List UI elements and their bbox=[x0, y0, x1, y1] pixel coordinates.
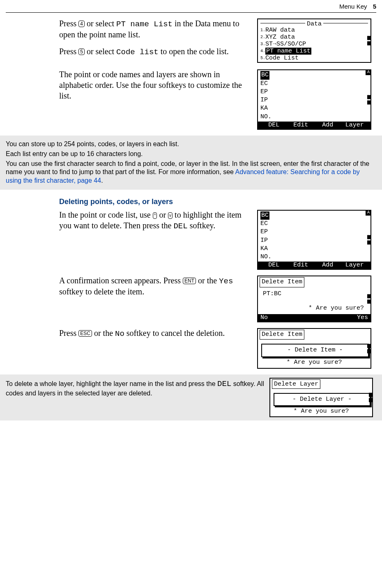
body-text-block-1: Press 4 or select PT name List in the Da… bbox=[6, 18, 250, 64]
subheading-deleting: Deleting points, codes, or layers bbox=[59, 197, 376, 207]
list-item: EP bbox=[260, 88, 368, 96]
header-chapter: 5 bbox=[373, 3, 376, 10]
body-text-delete-1: In the point or code list, use ^ or v to… bbox=[6, 210, 250, 270]
lcd-name-list: A BC EC EP IP KA NO. DEL Edit Add Layer bbox=[257, 69, 371, 130]
mode-indicator: A bbox=[366, 69, 371, 75]
battery-icon bbox=[369, 392, 373, 404]
list-item: IP bbox=[260, 237, 368, 245]
softkey-bar: DEL Edit Add Layer bbox=[258, 262, 370, 269]
confirm-prompt: * Are you sure? bbox=[270, 407, 372, 417]
softkey-yes: Yes bbox=[332, 314, 368, 322]
list-item: Code List bbox=[265, 55, 299, 62]
softkey-layer: Layer bbox=[341, 121, 368, 129]
confirm-target: PT:BC bbox=[260, 290, 368, 298]
modal-title: Delete Layer bbox=[272, 379, 320, 389]
battery-icon bbox=[367, 293, 371, 305]
softkey-edit: Edit bbox=[288, 261, 315, 269]
battery-icon bbox=[367, 342, 371, 354]
lcd-name-list-2: A BC EC EP IP KA NO. DEL Edit Add Layer bbox=[257, 210, 371, 270]
key-5: 5 bbox=[78, 48, 85, 55]
modal-title: Delete Item bbox=[260, 277, 304, 287]
confirm-prompt: * Are you sure? bbox=[260, 304, 368, 314]
list-item: ST→SS/SO/CP bbox=[265, 41, 306, 48]
code-del: DEL bbox=[173, 222, 187, 231]
header-section: Menu Key bbox=[339, 3, 367, 10]
list-item: KA bbox=[260, 104, 368, 113]
list-item: NO. bbox=[260, 253, 368, 261]
list-item: KA bbox=[260, 245, 368, 253]
softkey-edit: Edit bbox=[288, 121, 315, 129]
softkey-bar: DEL Edit Add Layer bbox=[258, 122, 370, 129]
lcd-title: Data bbox=[305, 21, 323, 28]
page-header: Menu Key 5 bbox=[0, 0, 382, 12]
list-item: EC bbox=[260, 220, 368, 228]
code-del: DEL bbox=[217, 379, 231, 388]
softkey-add: Add bbox=[314, 121, 341, 129]
key-4: 4 bbox=[78, 21, 85, 27]
note-box-2: To delete a whole layer, highlight the l… bbox=[0, 374, 382, 421]
list-item: EC bbox=[260, 80, 368, 88]
key-down: v bbox=[168, 212, 173, 219]
code-code-list: Code list bbox=[116, 48, 159, 57]
body-text-block-2: The point or code names and layers are s… bbox=[6, 69, 250, 130]
lcd-delete-layer-dialog: Delete Layer - Delete Layer - * Are you … bbox=[269, 378, 373, 418]
softkey-no: No bbox=[260, 314, 296, 322]
battery-icon bbox=[367, 234, 371, 246]
mode-indicator: A bbox=[366, 210, 371, 216]
lcd-delete-item-dialog: Delete Item - Delete Item - * Are you su… bbox=[257, 328, 371, 369]
popup-message: - Delete Item - bbox=[261, 344, 369, 357]
lcd-data-menu: Data 1.RAW data 2.XYZ data 3.ST→SS/SO/CP… bbox=[257, 18, 371, 63]
battery-icon bbox=[367, 94, 371, 106]
list-item: RAW data bbox=[265, 27, 295, 34]
list-item: XYZ data bbox=[265, 34, 295, 41]
softkey-bar: No Yes bbox=[258, 314, 370, 322]
modal-title: Delete Item bbox=[260, 330, 304, 340]
battery-icon bbox=[367, 35, 371, 47]
softkey-del: DEL bbox=[260, 261, 288, 269]
list-item-selected: BC bbox=[260, 71, 269, 79]
header-rule bbox=[6, 12, 376, 13]
body-text-delete-2: A confirmation screen appears. Press ENT… bbox=[6, 276, 250, 322]
confirm-prompt: * Are you sure? bbox=[258, 358, 370, 368]
list-item-selected: BC bbox=[260, 211, 269, 220]
list-item: IP bbox=[260, 96, 368, 104]
list-item: EP bbox=[260, 228, 368, 236]
softkey-del: DEL bbox=[260, 121, 288, 129]
lcd-delete-item-confirm: Delete Item PT:BC * Are you sure? No Yes bbox=[257, 276, 371, 322]
list-item-selected: PT name List bbox=[265, 48, 311, 55]
note-box-1: You can store up to 254 points, codes, o… bbox=[0, 136, 382, 190]
body-text-delete-3: Press ESC or the No softkey to cancel th… bbox=[6, 328, 250, 369]
code-no: No bbox=[115, 329, 124, 338]
key-esc: ESC bbox=[78, 330, 92, 337]
code-yes: Yes bbox=[219, 277, 233, 286]
list-item: NO. bbox=[260, 113, 368, 121]
code-pt-name-list: PT name List bbox=[116, 20, 173, 29]
popup-message: - Delete Layer - bbox=[274, 393, 370, 406]
softkey-layer: Layer bbox=[341, 261, 368, 269]
softkey-add: Add bbox=[314, 261, 341, 269]
key-up: ^ bbox=[153, 212, 157, 219]
key-ent: ENT bbox=[183, 278, 196, 284]
